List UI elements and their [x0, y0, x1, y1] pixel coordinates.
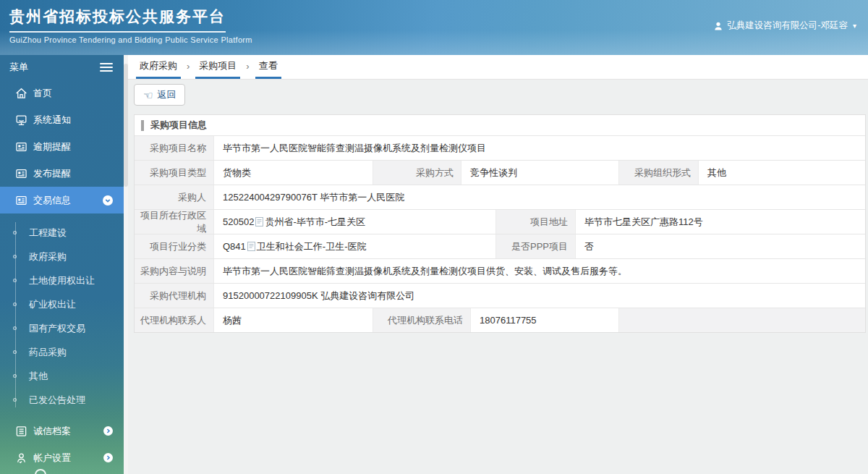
- bullet-icon: [13, 326, 17, 330]
- field-label: 采购方式: [373, 161, 461, 185]
- home-icon: [14, 86, 28, 100]
- chevron-right-circle-icon: [103, 426, 113, 436]
- bullet-icon: [13, 302, 17, 306]
- sidebar-item-label: 帐户设置: [33, 452, 71, 465]
- field-value-project-type: 货物类: [214, 161, 373, 185]
- bullet-icon: [13, 231, 17, 234]
- list-icon: [14, 424, 28, 438]
- app-title: 贵州省招标投标公共服务平台: [9, 7, 226, 33]
- field-value-is-ppp: 否: [576, 234, 865, 258]
- sidebar-item-overdue-reminder[interactable]: 逾期提醒: [0, 133, 124, 160]
- field-value-address: 毕节市七星关区广惠路112号: [576, 210, 865, 234]
- card-icon: [14, 166, 28, 180]
- bullet-icon: [13, 374, 17, 378]
- submenu-item-other[interactable]: 其他: [0, 364, 124, 388]
- back-button[interactable]: ☜ 返回: [134, 84, 185, 106]
- submenu-item-state-property[interactable]: 国有产权交易: [0, 316, 124, 340]
- bullet-icon: [13, 279, 17, 282]
- field-value-agency-phone: 18076117755: [471, 308, 619, 332]
- field-value-agency-contact: 杨茜: [214, 308, 373, 332]
- breadcrumb-separator: ›: [242, 55, 253, 79]
- app-subtitle: GuiZhou Province Tendering and Bidding P…: [9, 35, 252, 44]
- sidebar-item-label: 系统通知: [33, 114, 71, 127]
- field-value-procurement-method: 竞争性谈判: [461, 161, 619, 185]
- project-info-panel: 采购项目信息 采购项目名称 毕节市第一人民医院智能筛查测温摄像机系统及剂量检测仪…: [134, 114, 866, 333]
- app-header: 贵州省招标投标公共服务平台 GuiZhou Province Tendering…: [0, 0, 868, 55]
- sidebar-item-label: 逾期提醒: [33, 140, 71, 153]
- sidebar-item-home[interactable]: 首页: [0, 80, 124, 106]
- table-row: 项目行业分类 Q841 卫生和社会工作-卫生-医院 是否PPP项目 否: [135, 234, 865, 258]
- table-row: 采购代理机构 91520000722109905K 弘典建设咨询有限公司: [135, 283, 865, 308]
- submenu-item-mining-rights[interactable]: 矿业权出让: [0, 292, 124, 316]
- table-row: 采购人 12522400429790076T 毕节市第一人民医院: [135, 185, 865, 209]
- sidebar-item-publish-reminder[interactable]: 发布提醒: [0, 160, 124, 187]
- field-value-org-form: 其他: [699, 161, 865, 185]
- table-row: 采购项目类型 货物类 采购方式 竞争性谈判 采购组织形式 其他: [135, 160, 865, 185]
- field-label: 代理机构联系人: [135, 308, 214, 332]
- sidebar-item-label: 发布提醒: [33, 167, 71, 180]
- field-value-purchaser: 12522400429790076T 毕节市第一人民医院: [214, 185, 865, 209]
- sidebar-item-account-settings[interactable]: 帐户设置: [0, 444, 124, 471]
- bullet-icon: [13, 255, 17, 258]
- submenu-item-drug-procurement[interactable]: 药品采购: [0, 340, 124, 364]
- main-content: 政府采购 › 采购项目 › 查看 ☜ 返回 采购项目信息 采购项目名称 毕节市第…: [128, 55, 868, 474]
- field-label: 项目所在行政区域: [135, 210, 214, 234]
- sidebar-item-system-notice[interactable]: 系统通知: [0, 106, 124, 133]
- hamburger-icon[interactable]: [100, 63, 113, 72]
- breadcrumb-separator: ›: [182, 55, 194, 79]
- field-value-region: 520502 贵州省-毕节市-七星关区: [214, 210, 496, 234]
- sidebar-item-label: 诚信档案: [33, 425, 71, 438]
- field-label: 项目地址: [496, 210, 576, 234]
- section-title: 采购项目信息: [135, 115, 865, 135]
- breadcrumb: 政府采购 › 采购项目 › 查看: [128, 55, 868, 80]
- table-row: 代理机构联系人 杨茜 代理机构联系电话 18076117755: [135, 308, 865, 332]
- field-label: 采购代理机构: [135, 284, 214, 308]
- chevron-down-circle-icon: [103, 195, 113, 206]
- field-value-agency: 91520000722109905K 弘典建设咨询有限公司: [214, 284, 865, 308]
- table-row: 项目所在行政区域 520502 贵州省-毕节市-七星关区 项目地址 毕节市七星关…: [135, 209, 865, 234]
- field-value-industry: Q841 卫生和社会工作-卫生-医院: [214, 234, 496, 258]
- field-label: 是否PPP项目: [496, 234, 576, 258]
- field-label: 采购项目名称: [135, 136, 214, 160]
- chevron-right-circle-icon: [103, 453, 113, 462]
- sidebar-menu-header: 菜单: [0, 55, 124, 80]
- sidebar-item-trade-info[interactable]: 交易信息: [0, 187, 124, 213]
- field-value-content-desc: 毕节市第一人民医院智能筛查测温摄像机系统及剂量检测仪项目供货、安装、调试及售后服…: [214, 259, 865, 283]
- empty-cell: [619, 308, 865, 332]
- breadcrumb-procurement-project[interactable]: 采购项目: [195, 55, 240, 79]
- user-icon: [713, 21, 723, 31]
- sidebar-item-label: 首页: [33, 87, 52, 100]
- breadcrumb-gov-procurement[interactable]: 政府采购: [136, 55, 181, 79]
- bullet-icon: [13, 350, 17, 354]
- breadcrumb-view[interactable]: 查看: [255, 55, 281, 79]
- title-bar-icon: [141, 120, 144, 131]
- user-name: 弘典建设咨询有限公司-邓廷容: [727, 20, 848, 32]
- submenu-item-published-notices[interactable]: 已发公告处理: [0, 388, 124, 412]
- sidebar-submenu: 工程建设 政府采购 土地使用权出让 矿业权出让 国有产权交易 药品采购 其他 已…: [0, 213, 124, 418]
- document-icon: [247, 242, 255, 251]
- card-icon: [14, 193, 28, 207]
- sidebar-item-credit-archive[interactable]: 诚信档案: [0, 418, 124, 444]
- bullet-icon: [13, 398, 17, 402]
- document-icon: [255, 217, 263, 227]
- table-row: 采购项目名称 毕节市第一人民医院智能筛查测温摄像机系统及剂量检测仪项目: [135, 135, 865, 160]
- field-label: 采购组织形式: [619, 161, 699, 185]
- toolbar: ☜ 返回: [128, 80, 868, 109]
- sidebar-item-label: 交易信息: [33, 194, 71, 207]
- submenu-item-engineering[interactable]: 工程建设: [0, 221, 124, 245]
- field-label: 代理机构联系电话: [373, 308, 471, 332]
- submenu-item-land-use[interactable]: 土地使用权出让: [0, 268, 124, 292]
- brand: 贵州省招标投标公共服务平台 GuiZhou Province Tendering…: [9, 7, 252, 44]
- field-value-project-name: 毕节市第一人民医院智能筛查测温摄像机系统及剂量检测仪项目: [214, 136, 865, 160]
- menu-label: 菜单: [9, 61, 28, 74]
- person-icon: [14, 451, 28, 465]
- submenu-item-gov-procurement[interactable]: 政府采购: [0, 245, 124, 268]
- user-menu[interactable]: 弘典建设咨询有限公司-邓廷容 ▾: [713, 20, 856, 32]
- monitor-icon: [14, 113, 28, 127]
- back-hand-icon: ☜: [143, 90, 153, 101]
- field-label: 项目行业分类: [135, 234, 214, 258]
- field-label: 采购内容与说明: [135, 259, 214, 283]
- table-row: 采购内容与说明 毕节市第一人民医院智能筛查测温摄像机系统及剂量检测仪项目供货、安…: [135, 258, 865, 283]
- card-icon: [14, 140, 28, 153]
- sidebar: 菜单 首页 系统通知 逾期提醒 发布提醒 交易信息: [0, 55, 124, 474]
